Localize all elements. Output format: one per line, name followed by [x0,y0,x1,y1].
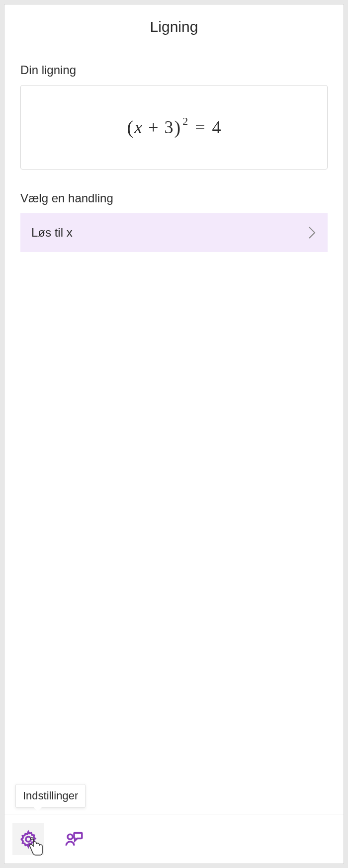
equation-plus: + [148,117,158,138]
action-section-label: Vælg en handling [20,191,328,205]
math-panel: Ligning Din ligning ( x + 3 ) 2 = 4 Vælg… [4,4,344,864]
action-label: Løs til x [31,226,73,240]
chevron-right-icon [308,226,317,240]
panel-title: Ligning [20,18,328,35]
svg-point-1 [68,834,73,839]
feedback-icon [65,830,84,849]
equation-var: x [134,117,142,138]
equation-equals: = [195,117,205,138]
action-solve-for-x[interactable]: Løs til x [20,213,328,252]
settings-tooltip: Indstillinger [15,784,86,808]
cursor-hand-icon [26,836,46,858]
equation-expression: ( x + 3 ) 2 = 4 [127,116,221,138]
panel-content: Ligning Din ligning ( x + 3 ) 2 = 4 Vælg… [4,4,344,814]
equation-const: 3 [164,117,173,138]
equation-exponent: 2 [182,115,188,128]
equation-display-box[interactable]: ( x + 3 ) 2 = 4 [20,85,328,170]
equation-lparen: ( [127,116,134,138]
equation-rparen: ) [174,116,180,138]
tooltip-text: Indstillinger [23,789,78,802]
equation-section-label: Din ligning [20,63,328,77]
settings-button[interactable] [12,823,44,855]
feedback-button[interactable] [58,823,90,855]
bottom-toolbar [4,814,344,864]
equation-rhs: 4 [212,117,221,138]
